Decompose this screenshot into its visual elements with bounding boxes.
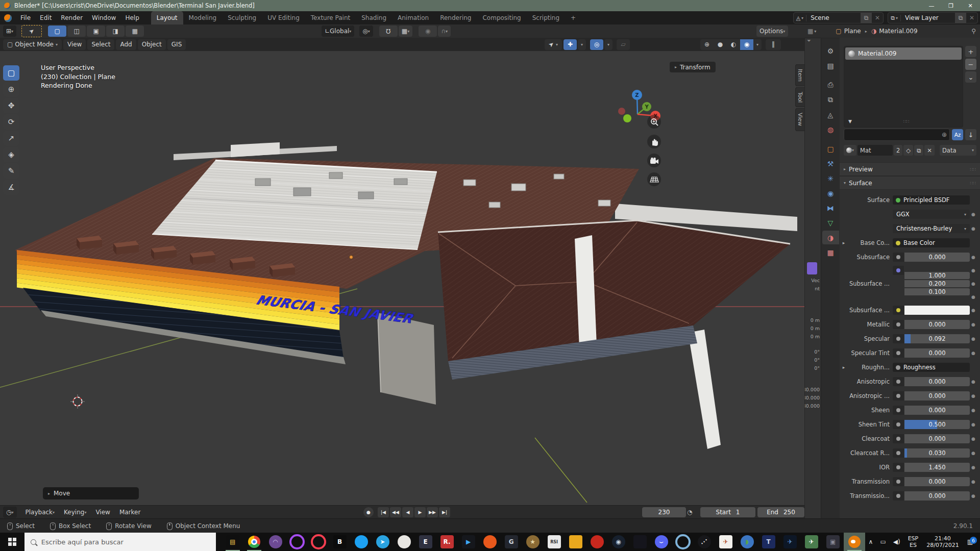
orthographic-grid-button[interactable] [647, 172, 661, 186]
value-slider[interactable]: 0.000 [904, 391, 970, 400]
shading-dropdown[interactable]: ▾ [753, 39, 762, 50]
sidebar-tab-item[interactable]: Item [795, 64, 804, 86]
view-layer-browse-icon[interactable]: ⧉ ▾ [888, 15, 901, 21]
cursor-tool[interactable]: ⊕ [3, 82, 19, 97]
notification-center-button[interactable]: ▥ 6 [963, 538, 980, 545]
animate-dot[interactable]: ● [970, 479, 977, 484]
tab-layout[interactable]: Layout [151, 11, 183, 24]
color-swatch-field[interactable] [904, 306, 970, 315]
annotate-tool[interactable]: ✎ [3, 163, 19, 179]
shading-wireframe-button[interactable]: ⊕ [700, 39, 714, 50]
new-material-copy-icon[interactable]: ⧉ [914, 145, 923, 156]
taskbar-app-epic-games[interactable]: E [415, 533, 436, 551]
properties-tab-modifiers[interactable]: ⚒ [822, 157, 839, 170]
material-users-button[interactable]: 2 [894, 145, 902, 156]
sidebar-tab-view[interactable]: View [795, 108, 804, 131]
input-socket-button[interactable] [893, 266, 904, 275]
tab-sculpting[interactable]: Sculpting [222, 11, 262, 24]
taskbar-app-app-red[interactable] [586, 533, 608, 551]
viewport-menu-gis[interactable]: GIS [167, 39, 186, 50]
volume-tray-icon[interactable]: ◀) [890, 538, 904, 545]
taskbar-app-r-launcher[interactable]: R. [436, 533, 458, 551]
blender-menu-icon[interactable] [4, 14, 12, 22]
input-socket-button[interactable] [893, 348, 904, 358]
add-material-slot-button[interactable]: + [965, 46, 976, 57]
input-socket-button[interactable] [893, 477, 904, 486]
minimize-button[interactable]: — [922, 0, 941, 11]
options-dropdown[interactable]: Options ▾ [756, 26, 788, 37]
animate-dot[interactable]: ● [970, 336, 977, 341]
current-frame-field[interactable]: 230 [642, 507, 686, 517]
taskbar-app-app-orange[interactable] [479, 533, 501, 551]
surface-section-header[interactable]: ▾Surface∷∷ [840, 176, 980, 190]
scene-browse-icon[interactable]: ◬ ▾ [794, 15, 806, 21]
editor-type-selector[interactable]: ⊞ ▾ [3, 26, 16, 37]
taskbar-app-rsi-launcher[interactable]: RSI [544, 533, 565, 551]
transform-orientation-dropdown[interactable]: ∟ Global ▾ [322, 26, 354, 37]
tab-texture-paint[interactable]: Texture Paint [305, 11, 356, 24]
vector-value-field[interactable]: 0.100 [904, 288, 970, 295]
tab-animation[interactable]: Animation [392, 11, 434, 24]
animate-dot[interactable]: ● [970, 264, 977, 277]
taskbar-app-video-player[interactable]: ▶ [458, 533, 479, 551]
frame-end-field[interactable]: End250 [757, 507, 804, 517]
value-slider[interactable]: 0.500 [904, 420, 970, 429]
proportional-editing-toggle[interactable]: ◉ [419, 26, 437, 37]
proportional-falloff-dropdown[interactable]: ∩ ▾ [438, 26, 451, 37]
vector-value-field[interactable]: 0.200 [904, 280, 970, 287]
value-slider[interactable]: 0.000 [904, 491, 970, 500]
add-workspace-button[interactable]: + [565, 11, 581, 24]
select-mode-1[interactable]: ◫ [67, 26, 86, 37]
value-slider[interactable]: 0.030 [904, 448, 970, 458]
node-link-field[interactable]: Roughness [893, 363, 970, 372]
enum-dropdown[interactable]: GGX▾ [893, 210, 970, 219]
input-socket-button[interactable] [893, 406, 904, 415]
slot-list-drag-dots[interactable]: ∷∷ [903, 119, 909, 124]
unlink-material-icon[interactable]: ✕ [924, 145, 935, 156]
gizmo-neg-x[interactable] [618, 108, 625, 115]
start-button[interactable] [0, 533, 24, 551]
pin-icon[interactable]: ⚲ [971, 28, 976, 35]
tab-rendering[interactable]: Rendering [434, 11, 477, 24]
menu-help[interactable]: Help [120, 13, 143, 23]
taskbar-app-app-gold[interactable]: ★ [522, 533, 544, 551]
move-operator-panel[interactable]: ▸Move [43, 487, 139, 499]
taskbar-app-discord[interactable]: ⌣ [651, 533, 672, 551]
input-socket-button[interactable] [893, 377, 904, 386]
shading-solid-button[interactable]: ● [714, 39, 727, 50]
taskbar-app-photo-app[interactable]: ▣ [822, 533, 844, 551]
view-layer-copy-icon[interactable]: ⧉ [955, 13, 966, 23]
input-socket-button[interactable] [893, 334, 904, 343]
jump-to-end-button[interactable]: ▶| [439, 507, 450, 517]
animate-dot[interactable]: ● [970, 322, 977, 327]
value-slider[interactable]: 0.000 [904, 253, 970, 262]
preview-section-header[interactable]: ▸Preview∷∷ [840, 162, 980, 176]
animate-dot[interactable]: ● [970, 436, 977, 441]
node-link-field[interactable]: Principled BSDF [893, 195, 970, 205]
input-socket-button[interactable] [893, 253, 904, 262]
taskbar-app-bluestacks[interactable]: B [329, 533, 351, 551]
tab-uv-editing[interactable]: UV Editing [262, 11, 305, 24]
properties-tab-material[interactable]: ◑ [822, 231, 839, 244]
input-socket-button[interactable] [893, 306, 904, 315]
material-name-field[interactable]: Mat [857, 145, 893, 156]
value-slider[interactable]: 0.000 [904, 320, 970, 329]
animate-dot[interactable]: ● [970, 393, 977, 398]
tab-shading[interactable]: Shading [356, 11, 392, 24]
select-mode-4[interactable]: ▦ [126, 26, 144, 37]
taskbar-app-app-dotted[interactable]: ⋰ [694, 533, 715, 551]
timeline-menu-marker[interactable]: Marker [115, 507, 145, 517]
value-slider[interactable]: 1.450 [904, 463, 970, 472]
taskbar-app-earth-app[interactable]: ◗ [737, 533, 758, 551]
taskbar-app-games-app[interactable]: G [501, 533, 522, 551]
data-source-dropdown[interactable]: Data▾ [940, 145, 976, 156]
viewport-menu-select[interactable]: Select [87, 39, 114, 50]
move-tool[interactable]: ✥ [3, 98, 19, 113]
view-layer-name[interactable]: View Layer [901, 14, 955, 21]
transform-panel-header[interactable]: ▸Transform [670, 62, 716, 72]
animate-dot[interactable]: ● [970, 255, 977, 260]
animate-dot[interactable]: ● [970, 408, 977, 413]
expand-icon[interactable]: ▸ [841, 365, 847, 370]
scene-unlink-icon[interactable]: ✕ [872, 13, 883, 23]
animate-dot[interactable]: ● [970, 291, 977, 303]
